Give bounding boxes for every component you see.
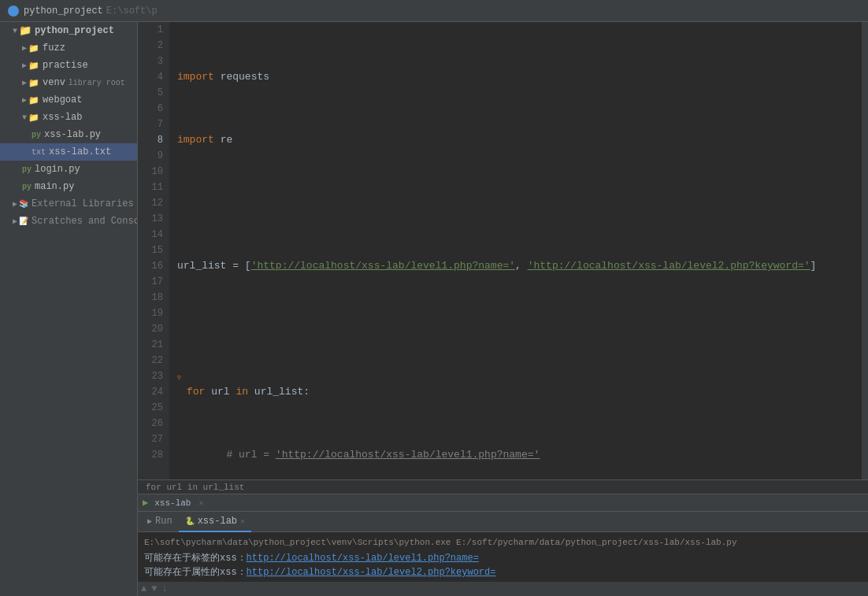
python-file-icon: py — [22, 165, 32, 174]
tab-close-icon[interactable]: ✕ — [240, 516, 245, 526]
sidebar-item-xss-lab-folder[interactable]: ▼ 📁 xss-lab — [0, 109, 137, 126]
xss-lab-tab-label: xss-lab — [198, 516, 237, 527]
folder-icon: 📁 — [28, 95, 39, 106]
python-icon — [8, 6, 19, 17]
xss-lab-py-label: xss-lab.py — [44, 129, 101, 140]
console-output-2: 可能存在于属性的xss： http://localhost/xss-lab/le… — [144, 565, 862, 579]
down-arrow-btn[interactable]: ▼ — [151, 583, 157, 594]
code-editor[interactable]: 1 2 3 4 5 6 7 8 9 10 11 12 13 14 15 16 1… — [138, 22, 868, 479]
code-text[interactable]: import requests import re url_list = ['h… — [169, 22, 862, 479]
external-libraries-icon: 📚 — [19, 199, 28, 209]
ln-15: 15 — [138, 242, 163, 258]
sidebar-item-xss-lab-py[interactable]: py xss-lab.py — [0, 126, 137, 143]
ln-22: 22 — [138, 353, 163, 368]
ln-17: 17 — [138, 274, 163, 290]
folder-icon: 📁 — [28, 78, 39, 88]
ln-14: 14 — [138, 227, 163, 242]
console-label-2: 可能存在于属性的xss： — [144, 565, 247, 579]
ln-24: 24 — [138, 384, 163, 400]
title-text: python_project — [24, 6, 103, 17]
venv-label: venv — [43, 77, 65, 88]
scratches-icon: 📝 — [19, 217, 28, 226]
up-arrow-btn[interactable]: ▲ — [141, 583, 147, 594]
folder-icon: 📁 — [28, 113, 39, 123]
sidebar-item-main-py[interactable]: py main.py — [0, 178, 137, 195]
code-line-6: ▽ for url in url_list: — [177, 384, 862, 400]
ln-2: 2 — [138, 38, 163, 54]
tab-run[interactable]: ▶ Run — [141, 512, 179, 532]
left-controls: ▲ ▼ ↓ — [141, 583, 168, 594]
ln-25: 25 — [138, 400, 163, 416]
xss-lab-tab-icon: 🐍 — [185, 516, 195, 526]
title-bar: python_project E:\soft\p — [0, 0, 868, 22]
scroll-down-btn[interactable]: ↓ — [161, 583, 167, 594]
console-output-1: 可能存在于标签的xss： http://localhost/xss-lab/le… — [144, 551, 862, 565]
sidebar-item-scratches[interactable]: ▶ 📝 Scratches and Consoles — [0, 213, 137, 230]
sidebar-item-practise[interactable]: ▶ 📁 practise — [0, 57, 137, 74]
sidebar-item-login-py[interactable]: py login.py — [0, 161, 137, 178]
ln-20: 20 — [138, 321, 163, 337]
ln-7: 7 — [138, 117, 163, 132]
ln-9: 9 — [138, 148, 163, 164]
ln-3: 3 — [138, 54, 163, 69]
sidebar-item-external-libraries[interactable]: ▶ 📚 External Libraries — [0, 195, 137, 213]
ln-13: 13 — [138, 211, 163, 227]
arrow-right-icon: ▶ — [22, 61, 27, 70]
external-libraries-label: External Libraries — [32, 198, 134, 209]
xss-lab-folder-label: xss-lab — [43, 112, 82, 123]
sidebar-item-xss-lab-txt[interactable]: txt xss-lab.txt — [0, 143, 137, 161]
login-py-label: login.py — [35, 164, 80, 175]
arrow-right-icon: ▶ — [22, 78, 27, 87]
ln-23: 23 — [138, 368, 163, 384]
console-content: E:\soft\pycharm\data\python_project\venv… — [138, 532, 868, 582]
ln-10: 10 — [138, 164, 163, 180]
sidebar-item-python-project[interactable]: ▼ 📁 python_project — [0, 22, 137, 39]
arrow-right-icon: ▶ — [22, 43, 27, 53]
main-py-label: main.py — [35, 181, 74, 192]
code-line-3 — [177, 195, 862, 211]
run-tab-icon: ▶ — [147, 516, 152, 526]
practise-label: practise — [43, 60, 88, 71]
code-line-7: # url = 'http://localhost/xss-lab/level1… — [177, 447, 862, 463]
webgoat-label: webgoat — [43, 94, 82, 106]
sidebar-item-webgoat[interactable]: ▶ 📁 webgoat — [0, 91, 137, 109]
run-icon: ▶ — [143, 497, 148, 509]
folder-icon: 📁 — [28, 43, 39, 54]
code-scrollbar[interactable] — [862, 22, 868, 479]
ln-21: 21 — [138, 337, 163, 353]
python-file-icon: py — [32, 131, 41, 139]
ln-5: 5 — [138, 85, 163, 101]
ln-8: 8 — [138, 132, 163, 148]
folder-icon: 📁 — [28, 61, 39, 71]
xss-lab-txt-label: xss-lab.txt — [49, 146, 111, 157]
code-line-5 — [177, 321, 862, 337]
close-tab-icon[interactable]: ✕ — [198, 498, 203, 508]
run-name: xss-lab — [154, 498, 191, 508]
console-label-1: 可能存在于标签的xss： — [144, 551, 247, 565]
sidebar-item-venv[interactable]: ▶ 📁 venv library root — [0, 74, 137, 91]
ln-12: 12 — [138, 195, 163, 211]
bottom-scroll-bar: for url in url_list — [138, 479, 868, 494]
run-tab-label: Run — [155, 516, 172, 527]
ln-6: 6 — [138, 101, 163, 117]
title-path: E:\soft\p — [106, 6, 158, 17]
sidebar-item-fuzz[interactable]: ▶ 📁 fuzz — [0, 39, 137, 57]
arrow-down-icon: ▼ — [22, 113, 27, 122]
console-tabs: ▶ Run 🐍 xss-lab ✕ — [138, 512, 868, 532]
project-label: python_project — [35, 25, 114, 36]
console-link-1[interactable]: http://localhost/xss-lab/level1.php?name… — [247, 551, 479, 565]
console-link-2[interactable]: http://localhost/xss-lab/level2.php?keyw… — [247, 565, 496, 579]
code-line-2: import re — [177, 132, 862, 148]
console-area: ▶ xss-lab ✕ ▶ Run 🐍 xss-lab ✕ — [138, 494, 868, 596]
sidebar: ▼ 📁 python_project ▶ 📁 fuzz ▶ 📁 practise… — [0, 22, 138, 596]
ln-1: 1 — [138, 22, 163, 38]
arrow-right-icon: ▶ — [13, 217, 17, 226]
bottom-scroll-text: for url in url_list — [146, 483, 244, 492]
ln-27: 27 — [138, 431, 163, 447]
fuzz-label: fuzz — [43, 43, 65, 54]
ln-4: 4 — [138, 69, 163, 85]
ln-26: 26 — [138, 416, 163, 431]
run-path-line: E:\soft\pycharm\data\python_project\venv… — [144, 535, 862, 550]
tab-xss-lab[interactable]: 🐍 xss-lab ✕ — [179, 512, 251, 532]
ln-28: 28 — [138, 447, 163, 463]
